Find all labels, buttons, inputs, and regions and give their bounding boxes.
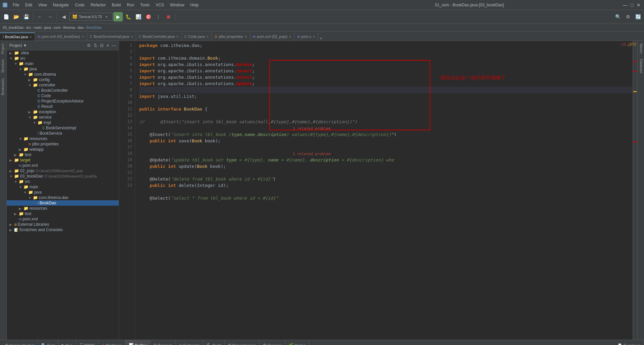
tab-pom2-close[interactable]: ✕ [289, 35, 291, 39]
tab-code[interactable]: C Code.java ✕ [182, 32, 212, 41]
version-control-button[interactable]: ⎇ Version Control [0, 340, 38, 345]
problems-button[interactable]: ⊗ Problems [98, 340, 125, 345]
tree-item-result[interactable]: C Result [7, 104, 119, 109]
tree-item-java[interactable]: ▼ 📁 java [7, 66, 119, 72]
menu-code[interactable]: Code [72, 2, 87, 8]
tree-item-pom[interactable]: m pom.xml [7, 163, 119, 168]
tab-pom2[interactable]: m pom.xml (02_pojo) ✕ [250, 32, 294, 41]
close-button[interactable]: ✕ [636, 2, 641, 8]
settings-button[interactable]: ⚙ [623, 12, 633, 21]
tomcat-selector[interactable]: 🐱 Tomcat 8.5.75 ▼ [69, 13, 113, 21]
coverage-button[interactable]: 🎯 [144, 12, 153, 21]
tree-item-pom2[interactable]: m pom.xml [7, 216, 119, 222]
gear-icon[interactable]: ⚙ [87, 43, 91, 48]
tree-item-service[interactable]: ▼ 📁 service [7, 115, 119, 120]
tree-item-bookdao[interactable]: I BookDao [7, 200, 119, 206]
tree-item-controller[interactable]: ▼ 📁 controller [7, 82, 119, 88]
services-button[interactable]: ⚙ Services [260, 340, 285, 345]
minimize-button[interactable]: — [623, 2, 628, 8]
tree-item-impl[interactable]: ▼ 📁 impl [7, 120, 119, 125]
tree-item-config[interactable]: ▶ 📁 config [7, 77, 119, 82]
maximize-button[interactable]: □ [629, 2, 635, 8]
tree-item-src[interactable]: ▼ 📁 src [7, 56, 119, 61]
tree-item-external-libs[interactable]: ▶ ⊞ External Libraries [7, 222, 119, 227]
tab-pom1[interactable]: m pom.xml (03_bookDao) ✕ [35, 32, 87, 41]
run-bottom-button[interactable]: ▶ Run [58, 340, 76, 345]
tree-item-code[interactable]: C Code [7, 93, 119, 98]
menu-file[interactable]: File [10, 2, 22, 8]
tab-code-close[interactable]: ✕ [206, 35, 209, 39]
maven-tab[interactable]: Maven [638, 41, 644, 56]
debug-button[interactable]: 🐛 [123, 12, 133, 21]
terminal-button[interactable]: ⊡ Terminal [150, 340, 176, 345]
tabs-more-button[interactable]: ▸ [318, 36, 324, 41]
forward-button[interactable]: → [45, 12, 55, 21]
structure-tab[interactable]: Structure [0, 57, 6, 76]
tree-item-main2[interactable]: ▼ 📁 main [7, 184, 119, 190]
tree-item-bookcontroller[interactable]: C BookController [7, 88, 119, 93]
panel-minimize-icon[interactable]: — [112, 43, 116, 48]
tab-bookdao[interactable]: I BookDao.java ✕ [0, 32, 35, 41]
profiler-button[interactable]: 📊 Profiler [125, 340, 150, 345]
breadcrumb-item-6[interactable]: itheima [63, 25, 75, 29]
tree-item-resources2[interactable]: ▶ 📁 resources [7, 206, 119, 211]
save-button[interactable]: 💾 [21, 12, 31, 21]
tree-item-test2[interactable]: ▶ 📁 test [7, 211, 119, 216]
bookmarks-tab[interactable]: Bookmarks [0, 76, 6, 98]
menu-vcs[interactable]: VCS [153, 2, 167, 8]
sort-icon[interactable]: ⇅ [94, 43, 97, 48]
breadcrumb-item-2[interactable]: src [26, 25, 31, 29]
breadcrumb-item-4[interactable]: java [44, 25, 51, 29]
tree-item-projectexception[interactable]: C ProjectExceptionAdvice [7, 98, 119, 104]
menu-tools[interactable]: Tools [138, 2, 152, 8]
build-button[interactable]: 🔨 Build [203, 340, 224, 345]
menu-build[interactable]: Build [109, 2, 123, 8]
tab-pomx-close[interactable]: ✕ [313, 35, 315, 39]
tree-item-com-itheima[interactable]: ▼ 📁 com.itheima [7, 72, 119, 77]
breadcrumb-item-7[interactable]: dao [77, 25, 84, 29]
tree-item-resources[interactable]: ▼ 📁 resources [7, 136, 119, 141]
tree-item-main[interactable]: ▼ 📁 main [7, 61, 119, 66]
tree-item-jdbc-props[interactable]: ⚙ jdbc.properties [7, 141, 119, 147]
todo-button[interactable]: ☰ TODO [76, 340, 99, 345]
run-button[interactable]: ▶ [113, 12, 123, 21]
menu-view[interactable]: View [36, 2, 50, 8]
search-button[interactable]: 🔍 [613, 12, 623, 21]
tree-item-bookservice[interactable]: I BookService [7, 131, 119, 136]
tree-item-idea[interactable]: ▶ 📁 .idea [7, 50, 119, 56]
tree-item-scratches[interactable]: ▶ 📝 Scratches and Consoles [7, 227, 119, 232]
breadcrumb-item-5[interactable]: com [54, 25, 61, 29]
tree-item-03bookdao[interactable]: ▼ 📁 03_bookDao D:\Java01\SSM\maven\03_bo… [7, 174, 119, 179]
tree-item-src2[interactable]: ▼ 📁 src [7, 179, 119, 184]
tree-item-02pojo[interactable]: ▶ 📁 02_pojo D:\Java01\SSM\maven\02_pojo [7, 168, 119, 174]
tree-item-exception[interactable]: ▶ 📁 exception [7, 109, 119, 115]
tree-item-bookserviceimpl[interactable]: C BookServiceImpl [7, 125, 119, 131]
breadcrumb-item-1[interactable]: 03_bookDao [3, 25, 23, 29]
tab-jdbc[interactable]: ⚙ jdbc.properties ✕ [212, 32, 250, 41]
menu-navigate[interactable]: Navigate [50, 2, 71, 8]
endpoints-button[interactable]: ⇒ Endpoints [175, 340, 203, 345]
tab-bookdao-close[interactable]: ✕ [29, 35, 32, 39]
tab-pomx[interactable]: m pom.x ✕ [294, 32, 318, 41]
tree-item-com-itheima-dao[interactable]: ▼ 📁 com.itheima.dao [7, 195, 119, 200]
code-editor[interactable]: 现在SQL这一块已经不报错了 package com.itheima.dao; … [135, 41, 633, 340]
tab-bookserviceimpl-close[interactable]: ✕ [130, 35, 133, 39]
menu-window[interactable]: Window [167, 2, 187, 8]
profile-button[interactable]: 📊 [133, 12, 143, 21]
open-button[interactable]: 📂 [11, 12, 21, 21]
event-log-button[interactable]: 📋 Event Log [614, 340, 644, 345]
new-file-button[interactable]: 📄 [1, 12, 11, 21]
run-config-back[interactable]: ◀ [59, 12, 68, 21]
tree-item-test[interactable]: ▶ 📁 test [7, 152, 119, 157]
more-run-button[interactable]: ⋮ [154, 12, 163, 21]
menu-refactor[interactable]: Refactor [88, 2, 108, 8]
tab-bookserviceimpl[interactable]: C BookServiceImpl.java ✕ [87, 32, 136, 41]
breadcrumb-item-3[interactable]: main [34, 25, 42, 29]
options-icon[interactable]: ≡ [106, 43, 109, 48]
tab-bookcontroller[interactable]: C BookController.java ✕ [136, 32, 182, 41]
breadcrumb-item-8[interactable]: BookDao [86, 25, 101, 29]
tab-jdbc-close[interactable]: ✕ [245, 35, 247, 39]
menu-help[interactable]: Help [187, 2, 201, 8]
menu-edit[interactable]: Edit [22, 2, 35, 8]
tree-item-webapp[interactable]: ▶ 📁 webapp [7, 147, 119, 152]
